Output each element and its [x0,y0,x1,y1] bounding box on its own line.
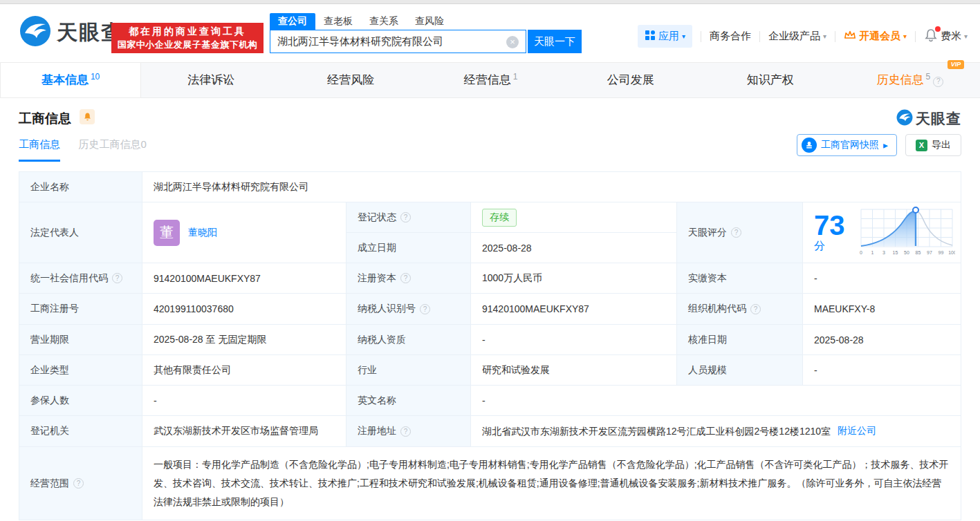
credit-code-value: 91420100MAEUKFXY87 [142,263,346,294]
promo-banner: 都在用的商业查询工具 国家中小企业发展子基金旗下机构 [111,23,264,53]
reg-number-label: 工商注册号 [19,294,142,325]
biz-term-value: 2025-08-28 至 无固定期限 [142,325,346,355]
notifications-bell-icon[interactable] [924,28,938,45]
establish-date-value: 2025-08-28 [471,233,677,263]
search-button[interactable]: 天眼一下 [528,30,582,53]
tab-intellectual-property[interactable]: 知识产权 [701,63,840,97]
help-icon[interactable]: ? [400,273,411,283]
establish-date-label: 成立日期 [346,233,471,263]
taxpayer-id-label: 纳税人识别号? [346,294,471,325]
promo-line-1: 都在用的商业查询工具 [129,24,246,38]
subtab-business-info[interactable]: 工商信息 [19,138,60,162]
tab-basic-info[interactable]: 基本信息10 [0,63,141,97]
notification-dot [935,26,941,32]
taxpayer-qual-label: 纳税人资质 [346,325,471,355]
search-tab-boss[interactable]: 查老板 [315,13,361,30]
industry-value: 研究和试验发展 [471,355,677,386]
official-snapshot-button[interactable]: 工商官网快照 ▸ [797,134,897,156]
tab-company-development[interactable]: 公司发展 [561,63,701,97]
apps-menu[interactable]: 应用 ▾ [638,25,692,48]
english-name-label: 英文名称 [346,386,471,416]
help-icon[interactable]: ? [420,304,430,314]
chevron-down-icon: ▾ [903,32,907,40]
watermark-text: 天眼查 [916,109,961,129]
business-info-table: 企业名称 湖北两江半导体材料研究院有限公司 法定代表人 董 董晓阳 登记状态? … [19,171,961,520]
legal-rep-link[interactable]: 董晓阳 [188,227,217,239]
paid-capital-label: 实缴资本 [677,263,803,294]
org-code-value: MAEUKFXY-8 [803,294,961,325]
search-tab-company[interactable]: 查公司 [270,13,315,30]
nav-cooperation[interactable]: 商务合作 [710,30,751,43]
tab-operation-info[interactable]: 经营信息1 [420,63,560,97]
score-distribution-chart: 0 1 3 15 50 85 97 99 100 [858,207,955,258]
score-unit: 分 [814,240,825,252]
reg-address-label: 注册地址? [346,416,471,447]
excel-icon: X [916,140,927,151]
reg-capital-value: 1000万人民币 [471,263,677,294]
subtab-bar: 工商信息 历史工商信息0 工商官网快照 ▸ X 导出 [19,138,961,164]
stamp-icon [802,138,817,153]
legal-rep-value: 董 董晓阳 [142,202,346,263]
tianyancha-logo-icon [19,15,51,50]
score-number: 73 [814,210,845,240]
legal-rep-label: 法定代表人 [19,202,142,263]
subtab-history-business-info[interactable]: 历史工商信息0 [78,138,146,160]
reg-number-value: 420199110037680 [142,294,346,325]
paid-capital-value: - [803,263,961,294]
insured-count-label: 参保人数 [19,386,142,416]
header-nav: 应用 ▾ 商务合作 企业级产品 ▾ 开通会员 ▾ 费米 ▾ [638,25,968,48]
crown-icon [844,30,856,42]
svg-text:100: 100 [948,250,955,255]
staff-size-label: 人员规模 [677,355,803,386]
nav-open-vip[interactable]: 开通会员 ▾ [844,30,907,43]
section-header: 工商信息 天眼查 [19,109,961,129]
clear-search-icon[interactable]: × [506,36,519,48]
org-code-label: 组织机构代码? [677,294,803,325]
reg-capital-label: 注册资本? [346,263,471,294]
insured-count-value: - [142,386,346,416]
status-badge: 存续 [482,209,517,227]
help-icon[interactable]: ? [731,227,741,238]
help-icon[interactable]: ? [400,212,411,222]
chevron-down-icon: ▾ [964,32,968,40]
arrow-right-icon: ▸ [883,140,888,151]
svg-text:50: 50 [904,250,909,255]
reg-status-value: 存续 [471,202,677,233]
section-title: 工商信息 [19,110,71,128]
english-name-value: - [471,386,961,416]
legal-rep-avatar[interactable]: 董 [154,220,180,246]
tab-operation-risk[interactable]: 经营风险 [281,63,420,97]
company-type-value: 其他有限责任公司 [142,355,346,386]
search-area: 查公司 查老板 查关系 查风险 × 天眼一下 [270,13,582,53]
credit-code-label: 统一社会信用代码? [19,263,142,294]
nav-enterprise[interactable]: 企业级产品 ▾ [768,30,826,43]
tianyancha-watermark-icon [896,109,913,129]
help-icon[interactable]: ? [933,77,943,87]
watermark-logo: 天眼查 [896,109,961,129]
help-icon[interactable]: ? [112,273,122,283]
business-scope-value: 一般项目：专用化学产品制造（不含危险化学品）;电子专用材料制造;电子专用材料销售… [142,447,961,520]
help-icon[interactable]: ? [73,478,84,489]
tyc-score-value[interactable]: 73分 0 1 [803,202,961,263]
taxpayer-qual-value: - [471,325,677,355]
help-icon[interactable]: ? [750,304,761,314]
export-button[interactable]: X 导出 [905,134,961,156]
monitor-bell-icon[interactable] [80,109,95,124]
svg-text:0: 0 [860,250,862,255]
svg-text:85: 85 [916,250,921,255]
header: 天眼查 TianYanCha.com 都在用的商业查询工具 国家中小企业发展子基… [0,4,980,62]
svg-text:1: 1 [871,250,874,255]
search-tab-risk[interactable]: 查风险 [407,13,452,30]
vip-badge: VIP [947,60,965,69]
help-icon[interactable]: ? [400,426,411,437]
svg-text:99: 99 [939,250,944,255]
search-input[interactable] [270,31,499,52]
approval-date-label: 核准日期 [677,325,803,355]
search-tab-relation[interactable]: 查关系 [361,13,407,30]
promo-line-2: 国家中小企业发展子基金旗下机构 [118,38,258,52]
tab-legal-litigation[interactable]: 法律诉讼 [141,63,281,97]
nav-user[interactable]: 费米 ▾ [941,30,968,43]
tab-history-info[interactable]: 历史信息5? VIP [840,63,980,97]
nearby-companies-link[interactable]: 附近公司 [838,425,876,437]
search-tabs: 查公司 查老板 查关系 查风险 [270,13,582,30]
